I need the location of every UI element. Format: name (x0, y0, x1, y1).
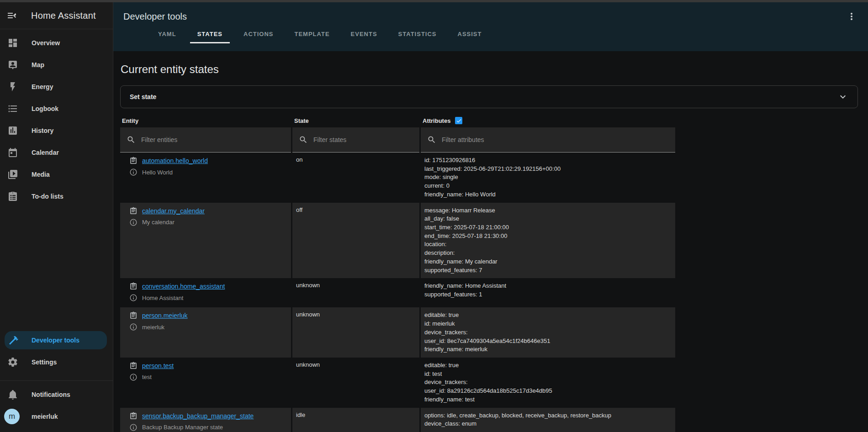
info-icon[interactable] (129, 423, 138, 432)
info-icon[interactable] (129, 323, 138, 331)
state-cell: unknown (292, 307, 421, 358)
tab-assist[interactable]: ASSIST (450, 26, 489, 43)
sidebar-item-logbook[interactable]: Logbook (0, 98, 113, 120)
entity-id-link[interactable]: conversation.home_assistant (142, 283, 225, 290)
copy-clipboard-icon[interactable] (129, 207, 138, 215)
sidebar-item-settings[interactable]: Settings (0, 351, 113, 373)
sidebar-item-user-profile[interactable]: m meierluk (0, 406, 113, 427)
filter-row (120, 127, 675, 153)
filter-states-input[interactable] (313, 136, 419, 143)
sidebar-item-overview[interactable]: Overview (0, 32, 113, 54)
sidebar-toggle-icon[interactable] (6, 10, 17, 21)
sidebar-item-label: Notifications (32, 391, 70, 398)
sidebar-spacer (0, 207, 113, 331)
set-state-label: Set state (130, 93, 837, 100)
state-cell: on (292, 153, 421, 203)
tab-template[interactable]: TEMPLATE (287, 26, 337, 43)
gear-icon (7, 357, 18, 368)
table-row: automation.hello_world Hello World on id… (120, 153, 675, 203)
app-title: Home Assistant (31, 11, 96, 21)
sidebar-item-label: Energy (32, 83, 53, 90)
copy-clipboard-icon[interactable] (129, 282, 138, 290)
energy-icon (7, 81, 18, 92)
sidebar-item-label: Map (32, 61, 44, 68)
sidebar-item-energy[interactable]: Energy (0, 76, 113, 98)
table-header-row: Entity State Attributes (120, 114, 675, 127)
attributes-text: id: 1751230926816 last_triggered: 2025-0… (424, 156, 672, 199)
attributes-text: editable: true id: test device_trackers:… (424, 361, 672, 404)
logbook-icon (7, 103, 18, 114)
entity-friendly-name: Home Assistant (142, 295, 183, 301)
sidebar-item-label: Overview (32, 39, 60, 47)
set-state-expander[interactable]: Set state (120, 85, 858, 108)
sidebar-item-notifications[interactable]: Notifications (0, 384, 113, 406)
attributes-label: Attributes (423, 117, 450, 124)
attributes-text: friendly_name: Home Assistant supported_… (424, 282, 672, 299)
table-row: person.test test unknown editable: true … (120, 358, 675, 408)
calendar-icon (7, 147, 18, 158)
search-icon (427, 135, 436, 144)
entity-cell: conversation.home_assistant Home Assista… (120, 278, 292, 307)
sidebar-item-label: Media (32, 171, 50, 178)
entity-cell: automation.hello_world Hello World (120, 153, 292, 203)
app-root: Home Assistant Overview Map Energy Logbo… (0, 2, 868, 432)
entity-id-link[interactable]: sensor.backup_backup_manager_state (142, 412, 254, 420)
column-header-attributes: Attributes (421, 114, 675, 127)
search-icon (127, 135, 136, 144)
copy-clipboard-icon[interactable] (129, 362, 138, 370)
sidebar-item-history[interactable]: History (0, 120, 113, 142)
attributes-cell: editable: true id: meierluk device_track… (421, 307, 675, 358)
sidebar-item-media[interactable]: Media (0, 163, 113, 185)
sidebar-item-label: Calendar (32, 149, 59, 156)
table-row: sensor.backup_backup_manager_state Backu… (120, 408, 675, 432)
tab-states[interactable]: STATES (190, 26, 230, 43)
tab-yaml[interactable]: YAML (151, 26, 184, 43)
state-cell: idle (292, 408, 421, 432)
entity-friendly-name: Hello World (142, 169, 173, 176)
attributes-checkbox[interactable] (455, 117, 462, 124)
copy-clipboard-icon[interactable] (129, 412, 138, 420)
section-heading: Current entity states (121, 63, 858, 76)
sidebar-item-todo-lists[interactable]: To-do lists (0, 185, 113, 207)
tab-events[interactable]: EVENTS (344, 26, 385, 43)
info-icon[interactable] (129, 294, 138, 302)
filter-attributes-input[interactable] (442, 136, 675, 143)
sidebar-item-developer-tools[interactable]: Developer tools (5, 331, 107, 349)
state-filter (292, 127, 419, 153)
attributes-cell: options: idle, create_backup, blocked, r… (421, 408, 675, 432)
copy-clipboard-icon[interactable] (129, 157, 138, 165)
filter-entities-input[interactable] (141, 136, 291, 143)
info-icon[interactable] (129, 168, 138, 176)
table-row: conversation.home_assistant Home Assista… (120, 278, 675, 307)
dashboard-icon (7, 37, 18, 48)
bell-icon (7, 389, 18, 400)
overflow-menu-icon[interactable] (846, 11, 857, 22)
tab-actions[interactable]: ACTIONS (236, 26, 281, 43)
sidebar-item-map[interactable]: Map (0, 54, 113, 76)
sidebar-item-label: Logbook (32, 105, 58, 112)
sidebar: Home Assistant Overview Map Energy Logbo… (0, 2, 113, 432)
attributes-text: message: Homarr Release all_day: false s… (424, 206, 672, 275)
table-row: person.meierluk meierluk unknown editabl… (120, 307, 675, 358)
states-panel: Current entity states Set state Entity S… (113, 51, 868, 432)
entity-friendly-name: Backup Backup Manager state (142, 424, 223, 431)
sidebar-item-label: Settings (32, 358, 57, 366)
tab-bar: YAML STATES ACTIONS TEMPLATE EVENTS STAT… (151, 26, 868, 43)
info-icon[interactable] (129, 373, 138, 381)
entity-id-link[interactable]: automation.hello_world (142, 157, 208, 164)
search-icon (299, 135, 308, 144)
sidebar-item-calendar[interactable]: Calendar (0, 142, 113, 163)
sidebar-item-label: To-do lists (32, 193, 64, 200)
entity-cell: person.meierluk meierluk (120, 307, 292, 358)
entity-id-link[interactable]: calendar.my_calendar (142, 207, 205, 215)
tab-statistics[interactable]: STATISTICS (391, 26, 444, 43)
entity-friendly-name: My calendar (142, 219, 175, 226)
entity-states-table: Entity State Attributes (120, 114, 675, 432)
info-icon[interactable] (129, 218, 138, 227)
copy-clipboard-icon[interactable] (129, 311, 138, 320)
history-icon (7, 125, 18, 136)
entity-id-link[interactable]: person.meierluk (142, 312, 188, 319)
entity-id-link[interactable]: person.test (142, 362, 174, 369)
attributes-text: editable: true id: meierluk device_track… (424, 311, 672, 354)
entity-friendly-name: meierluk (142, 324, 164, 331)
